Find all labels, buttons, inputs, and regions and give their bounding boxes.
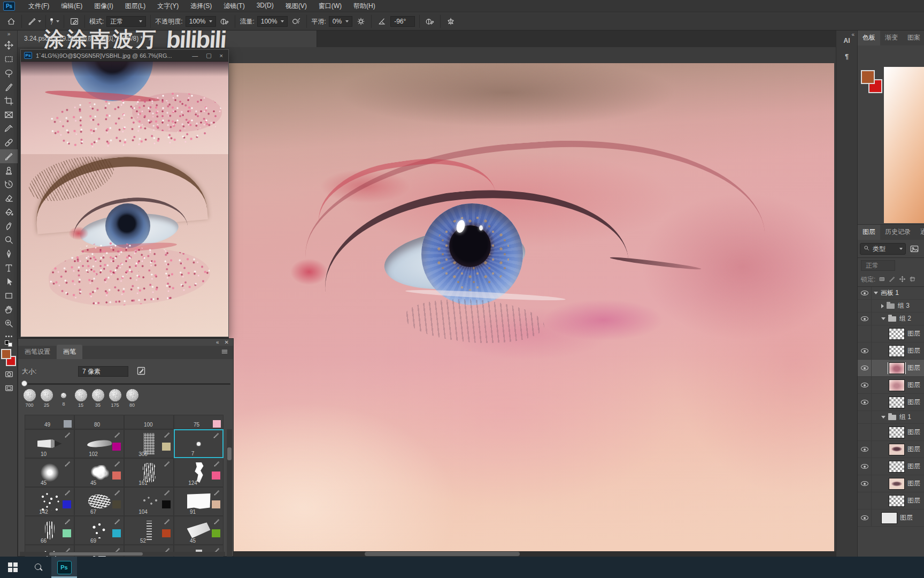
visibility-toggle[interactable] — [858, 492, 872, 509]
brush-tile-124[interactable]: 124 — [174, 458, 224, 487]
menu-item[interactable]: 图像(I) — [88, 2, 119, 11]
default-colors-icon[interactable] — [5, 340, 12, 347]
maximize-icon[interactable]: ▢ — [204, 52, 213, 59]
lock-transp-icon[interactable] — [879, 276, 886, 284]
visibility-toggle[interactable] — [858, 313, 872, 325]
brush-tool[interactable] — [0, 149, 18, 163]
start-button[interactable] — [0, 557, 26, 578]
new-brush-icon[interactable] — [136, 366, 147, 378]
opacity-select[interactable]: 100% — [186, 16, 217, 27]
visibility-toggle[interactable] — [858, 287, 872, 299]
toolbox-expand-icon[interactable]: » — [0, 31, 17, 38]
menu-item[interactable]: 窗口(W) — [313, 2, 348, 11]
brush-preset-25[interactable]: 25 — [38, 389, 55, 414]
brush-tile-67[interactable]: 67 — [74, 487, 124, 516]
layer-row[interactable]: 图层 — [858, 377, 924, 394]
visibility-toggle[interactable] — [858, 394, 872, 410]
brush-size-input[interactable]: 7 像素 — [78, 366, 128, 377]
layer-row[interactable]: 图层 — [858, 475, 924, 492]
layer-thumbnail[interactable] — [889, 427, 905, 438]
slider-knob[interactable] — [21, 381, 27, 386]
eyedropper-tool[interactable] — [0, 121, 18, 135]
menu-item[interactable]: 编辑(E) — [55, 2, 88, 11]
brush-tile-45[interactable]: 45 — [174, 516, 224, 545]
history-brush-tool[interactable] — [0, 177, 18, 191]
visibility-toggle[interactable] — [858, 411, 872, 423]
minimize-icon[interactable]: — — [190, 52, 200, 59]
lasso-tool[interactable] — [0, 66, 18, 80]
menu-item[interactable]: 帮助(H) — [348, 2, 381, 11]
tab-色板[interactable]: 色板 — [858, 31, 880, 45]
visibility-toggle[interactable] — [858, 360, 872, 376]
brush-panel-horizontal-scrollbar[interactable] — [20, 552, 225, 556]
canvas-painting[interactable] — [229, 63, 834, 551]
layer-thumbnail[interactable] — [889, 397, 905, 408]
home-icon[interactable] — [5, 16, 17, 27]
opacity-pressure-icon[interactable] — [219, 16, 230, 27]
foreground-color-swatch[interactable] — [861, 70, 875, 84]
brush-tile-7[interactable]: 7 — [174, 429, 224, 458]
layer-thumbnail[interactable] — [889, 379, 905, 391]
tab-通道[interactable]: 通道 — [915, 225, 924, 240]
smudge-tool[interactable] — [0, 219, 18, 233]
move-icon[interactable] — [899, 276, 906, 284]
expand-chevron-icon[interactable] — [874, 292, 878, 294]
layer-row[interactable]: 图层 — [858, 325, 924, 343]
airbrush-icon[interactable] — [290, 16, 302, 27]
foreground-color-swatch[interactable] — [1, 349, 11, 359]
brush-tool-chevron-icon[interactable] — [38, 20, 41, 22]
smoothing-select[interactable]: 0% — [329, 16, 352, 27]
brush-preset-8[interactable]: 8 — [55, 389, 72, 414]
menu-item[interactable]: 选择(S) — [184, 2, 218, 11]
flow-select[interactable]: 100% — [257, 16, 288, 27]
healing-brush-tool[interactable] — [0, 135, 18, 149]
brush-tile-partial[interactable]: 75 — [174, 415, 224, 429]
menu-item[interactable]: 3D(D) — [251, 2, 280, 11]
brush-tile-10[interactable]: 10 — [25, 429, 74, 458]
eraser-tool[interactable] — [0, 191, 18, 205]
tab-画笔设置[interactable]: 画笔设置 — [18, 345, 57, 359]
layer-thumbnail[interactable] — [889, 461, 905, 473]
visibility-toggle[interactable] — [858, 424, 872, 440]
brush-tile-partial[interactable]: 100 — [124, 415, 174, 429]
scrollbar-thumb[interactable] — [365, 552, 520, 556]
brush-size-slider[interactable] — [21, 383, 230, 385]
menu-item[interactable]: 文件(F) — [22, 2, 55, 11]
frame-tool[interactable] — [0, 108, 18, 121]
brush-preset-80[interactable]: 80 — [124, 389, 141, 414]
layer-row[interactable]: 图层 — [858, 441, 924, 458]
panel-menu-icon[interactable] — [220, 347, 229, 358]
brush-preset-700[interactable]: 700 — [21, 389, 38, 414]
expand-chevron-icon[interactable] — [881, 416, 886, 419]
screen-mode-icon[interactable] — [0, 381, 18, 395]
layer-thumbnail[interactable] — [889, 495, 905, 507]
move-tool[interactable] — [0, 38, 18, 52]
brush-icon[interactable] — [889, 276, 896, 284]
brush-tool-icon[interactable] — [26, 16, 38, 27]
path-select-tool[interactable] — [0, 275, 18, 288]
brush-tile-66[interactable]: 66 — [25, 516, 74, 545]
lock-artboard-icon[interactable] — [909, 276, 916, 284]
toolbox-more-icon[interactable] — [0, 336, 17, 337]
brush-tile-partial[interactable]: 80 — [74, 415, 124, 429]
layer-row[interactable]: 图层 — [858, 509, 924, 527]
brush-tile-161[interactable]: 161 — [124, 458, 174, 487]
tab-图案[interactable]: 图案 — [903, 31, 924, 45]
brush-tile-45[interactable]: 45 — [74, 458, 124, 487]
expand-chevron-icon[interactable] — [881, 317, 886, 320]
type-tool[interactable] — [0, 261, 18, 275]
brush-preset-35[interactable]: 35 — [89, 389, 106, 414]
taskbar-photoshop-button[interactable]: Ps — [51, 557, 77, 578]
layer-row[interactable]: 图层 — [858, 343, 924, 360]
dock-panel-icon-¶[interactable]: ¶ — [840, 51, 854, 63]
artboard-row[interactable]: 画板 1 — [858, 287, 924, 300]
brush-preset-15[interactable]: 15 — [72, 389, 89, 414]
brush-tile-300[interactable]: 300 — [124, 429, 174, 458]
paint-bucket-tool[interactable] — [0, 205, 18, 219]
group-row[interactable]: 组 3 — [858, 300, 924, 313]
object-selection-tool[interactable] — [0, 80, 18, 94]
menu-item[interactable]: 图层(L) — [119, 2, 152, 11]
toggle-brush-panel-icon[interactable] — [68, 16, 80, 27]
menu-item[interactable]: 文字(Y) — [151, 2, 184, 11]
taskbar-search-button[interactable] — [26, 557, 51, 578]
